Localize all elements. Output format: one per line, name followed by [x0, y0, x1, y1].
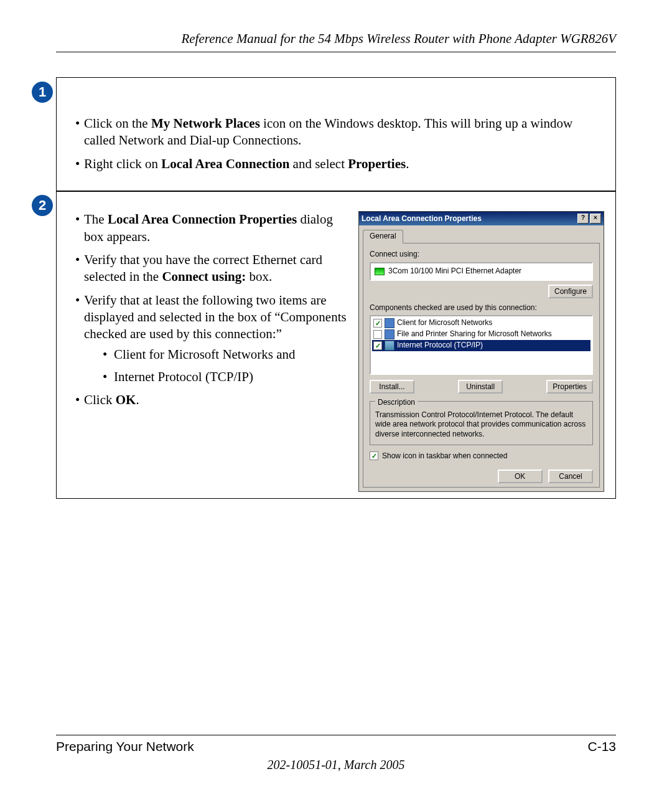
nic-field: 3Com 10/100 Mini PCI Ethernet Adapter — [370, 262, 593, 281]
step-1-box: 1 Click on the My Network Places icon on… — [56, 77, 616, 192]
components-list[interactable]: Client for Microsoft Networks File and P… — [370, 315, 593, 375]
dialog-title: Local Area Connection Properties — [362, 214, 576, 224]
cancel-button[interactable]: Cancel — [548, 470, 593, 483]
components-label: Components checked are used by this conn… — [370, 303, 593, 313]
component-item-3[interactable]: Internet Protocol (TCP/IP) — [372, 340, 590, 351]
description-legend: Description — [375, 398, 418, 407]
step2-bullet-1: The Local Area Connection Properties dia… — [75, 211, 351, 245]
properties-button[interactable]: Properties — [546, 380, 593, 394]
checkbox-icon[interactable] — [373, 319, 382, 328]
dialog-titlebar: Local Area Connection Properties ? × — [359, 212, 604, 225]
step2-bullet-3: Verify that at least the following two i… — [75, 292, 351, 385]
checkbox-icon[interactable] — [373, 341, 382, 350]
step2-bullet-4: Click OK. — [75, 392, 351, 408]
step-1-badge: 1 — [32, 82, 53, 103]
footer-date: 202-10051-01, March 2005 — [56, 758, 616, 772]
component-item-1[interactable]: Client for Microsoft Networks — [372, 318, 590, 329]
checkbox-icon[interactable] — [373, 330, 382, 339]
dialog-help-button[interactable]: ? — [577, 214, 589, 224]
description-text: Transmission Control Protocol/Internet P… — [375, 410, 587, 440]
footer-rule — [56, 735, 616, 735]
printer-icon — [385, 329, 394, 339]
show-icon-label: Show icon in taskbar when connected — [382, 451, 507, 461]
step2-sub-1: Client for Microsoft Networks and — [103, 346, 351, 363]
ok-button[interactable]: OK — [498, 470, 543, 483]
connect-using-label: Connect using: — [370, 250, 593, 260]
footer-left: Preparing Your Network — [56, 739, 194, 754]
dialog-close-button[interactable]: × — [590, 214, 601, 224]
client-icon — [385, 318, 394, 328]
tcpip-icon — [385, 341, 394, 351]
nic-icon — [375, 268, 385, 275]
nic-name: 3Com 10/100 Mini PCI Ethernet Adapter — [388, 267, 521, 276]
component-item-2[interactable]: File and Printer Sharing for Microsoft N… — [372, 329, 590, 340]
step2-sub-2: Internet Protocol (TCP/IP) — [103, 369, 351, 385]
tab-general[interactable]: General — [363, 230, 403, 243]
step-2-badge: 2 — [32, 195, 53, 216]
step1-bullet-2: Right click on Local Area Connection and… — [75, 156, 604, 172]
properties-dialog: Local Area Connection Properties ? × Gen… — [358, 211, 604, 492]
footer-right: C-13 — [587, 739, 616, 754]
step1-bullet-1: Click on the My Network Places icon on t… — [75, 115, 604, 149]
page-header-title: Reference Manual for the 54 Mbps Wireles… — [56, 31, 616, 52]
install-button[interactable]: Install... — [370, 380, 414, 394]
description-group: Description Transmission Control Protoco… — [370, 401, 593, 445]
uninstall-button[interactable]: Uninstall — [458, 380, 503, 394]
step-2-box: 2 The Local Area Connection Properties d… — [56, 191, 616, 499]
step2-bullet-2: Verify that you have the correct Etherne… — [75, 252, 351, 286]
show-icon-checkbox[interactable] — [370, 451, 378, 460]
configure-button[interactable]: Configure — [548, 285, 593, 298]
header-rule — [56, 52, 616, 52]
